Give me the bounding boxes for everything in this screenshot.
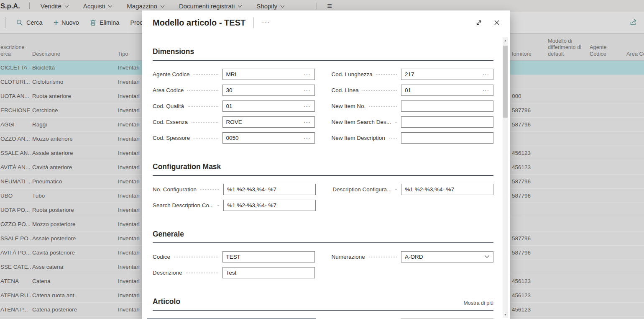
dotted-leader xyxy=(194,138,218,139)
scroll-down-icon[interactable]: ▼ xyxy=(503,313,508,316)
cell-type: Inventari xyxy=(118,160,140,174)
cell-vendor-no: 587796 xyxy=(512,103,531,117)
input-cod-essenza[interactable] xyxy=(223,119,302,125)
nav-item-documenti-registrati[interactable]: Documenti registrati xyxy=(179,3,242,10)
share-icon[interactable] xyxy=(629,18,637,27)
section-column-right: Tipo xyxy=(332,316,494,319)
input-descrizione[interactable] xyxy=(223,270,314,276)
col-header-search-desc[interactable]: escrizione erca xyxy=(0,44,25,57)
lookup-icon[interactable]: ··· xyxy=(302,103,314,109)
chevron-down-icon xyxy=(64,5,69,8)
input-cod-spessore[interactable] xyxy=(223,135,302,141)
lookup-icon[interactable]: ··· xyxy=(302,72,314,77)
cell-search-description: UOTA AN... xyxy=(0,89,31,103)
delete-button[interactable]: Elimina xyxy=(90,19,120,26)
field-label: Description Configura... xyxy=(332,186,391,193)
input-new-item-search-des[interactable] xyxy=(401,119,493,125)
new-button[interactable]: + Nuovo xyxy=(54,19,79,27)
cell-vendor-no: 000 xyxy=(512,89,521,103)
field-cod-essenza: Cod. Essenza··· xyxy=(153,114,315,130)
cell-type: Inventari xyxy=(118,189,140,203)
dotted-leader xyxy=(200,189,219,190)
cell-description: Catena ruota ant. xyxy=(32,288,76,302)
field-label: Cod. Spessore xyxy=(153,135,190,141)
input-box-no-configuration xyxy=(223,184,316,195)
input-box-descrizione xyxy=(222,267,315,278)
section-title: Generale xyxy=(153,230,184,239)
chevron-down-icon[interactable] xyxy=(484,255,490,258)
cell-type: Inventari xyxy=(118,203,140,217)
cell-type: Inventari xyxy=(118,232,140,245)
dialog-scrollbar[interactable]: ▲ ▼ xyxy=(503,37,508,318)
input-numerazione[interactable] xyxy=(401,254,483,260)
input-cod-qualità[interactable] xyxy=(223,103,302,109)
expand-dialog-icon[interactable] xyxy=(475,19,483,26)
input-agente-codice[interactable] xyxy=(223,71,302,77)
nav-item-vendite[interactable]: Vendite xyxy=(41,3,69,10)
input-codice[interactable] xyxy=(223,254,314,260)
cell-vendor-no: 456123 xyxy=(512,274,531,288)
input-box-cod-lunghezza: ··· xyxy=(401,69,493,80)
dotted-leader xyxy=(194,74,218,75)
field-label: New Item Description xyxy=(332,135,385,141)
lookup-icon[interactable]: ··· xyxy=(302,119,314,125)
search-button[interactable]: Cerca xyxy=(16,19,43,26)
dotted-leader xyxy=(363,90,397,91)
cell-vendor-no: 587796 xyxy=(512,246,531,260)
show-more-link[interactable]: Mostra di più xyxy=(463,300,493,306)
col-header-area-code[interactable]: Area Co xyxy=(626,51,644,57)
col-header-vendor[interactable]: fornitore xyxy=(512,51,532,57)
field-cod-qualità: Cod. Qualità··· xyxy=(153,98,315,114)
input-cod-linea[interactable] xyxy=(401,87,481,93)
input-search-description-co[interactable] xyxy=(224,202,315,208)
cell-search-description: OZZO PO... xyxy=(0,217,31,231)
dialog-title: Modello articolo - TEST xyxy=(153,18,245,28)
nav-item-acquisti[interactable]: Acquisti xyxy=(83,3,113,10)
hamburger-icon[interactable]: ≡ xyxy=(327,2,332,10)
input-area-codice[interactable] xyxy=(223,87,302,93)
lookup-icon[interactable]: ··· xyxy=(481,72,493,77)
col-header-description[interactable]: Descrizione xyxy=(32,51,60,57)
chevron-down-icon xyxy=(280,5,285,8)
cell-type: Inventari xyxy=(118,61,140,75)
toolbar-divider xyxy=(5,17,5,28)
col-header-type[interactable]: Tipo xyxy=(118,51,128,57)
lookup-icon[interactable]: ··· xyxy=(302,87,314,93)
scroll-up-icon[interactable]: ▲ xyxy=(503,39,508,42)
field-numerazione: Numerazione xyxy=(332,249,494,265)
section-column-right: Numerazione xyxy=(332,249,494,280)
input-box-new-item-description xyxy=(401,132,493,144)
cell-vendor-no: 587796 xyxy=(512,189,531,203)
lookup-icon[interactable]: ··· xyxy=(302,135,314,141)
nav-item-magazzino[interactable]: Magazzino xyxy=(127,3,165,10)
scrollbar-thumb[interactable] xyxy=(503,46,508,118)
cell-search-description: SSALE PO... xyxy=(0,232,31,245)
section-title: Configuration Mask xyxy=(153,162,221,171)
more-options-icon[interactable]: ··· xyxy=(262,18,271,26)
input-no-configuration[interactable] xyxy=(224,186,315,193)
cell-type: Inventari xyxy=(118,260,140,274)
lookup-icon[interactable]: ··· xyxy=(481,87,493,93)
company-brand[interactable]: S.p.A. xyxy=(0,2,20,10)
field-new-item-description: New Item Description xyxy=(332,130,494,146)
nav-item-label: Acquisti xyxy=(83,3,105,10)
col-header-deferral-template[interactable]: Modello di differimento di default xyxy=(548,38,581,57)
section-column-left: No. ConfigurationSearch Description Co..… xyxy=(153,181,316,213)
nav-item-label: Vendite xyxy=(41,3,61,10)
nav-item-shopify[interactable]: Shopify xyxy=(256,3,285,10)
input-description-configura[interactable] xyxy=(401,186,493,193)
trash-icon xyxy=(90,19,96,26)
field-label: Agente Codice xyxy=(153,71,190,77)
dotted-leader xyxy=(174,257,218,257)
cell-description: Asse catena xyxy=(32,260,63,274)
dotted-leader xyxy=(192,122,218,123)
col-header-agent-code[interactable]: Agente Codice xyxy=(590,44,607,57)
input-box-codice xyxy=(222,251,315,262)
cell-vendor-no: 456123 xyxy=(512,303,531,316)
input-new-item-no[interactable] xyxy=(401,103,493,109)
input-new-item-description[interactable] xyxy=(401,135,493,141)
cell-vendor-no: 456123 xyxy=(512,288,531,302)
close-icon[interactable] xyxy=(493,19,500,26)
top-nav: S.p.A. Vendite Acquisti Magazzino Docume… xyxy=(0,0,644,12)
input-cod-lunghezza[interactable] xyxy=(401,71,481,77)
